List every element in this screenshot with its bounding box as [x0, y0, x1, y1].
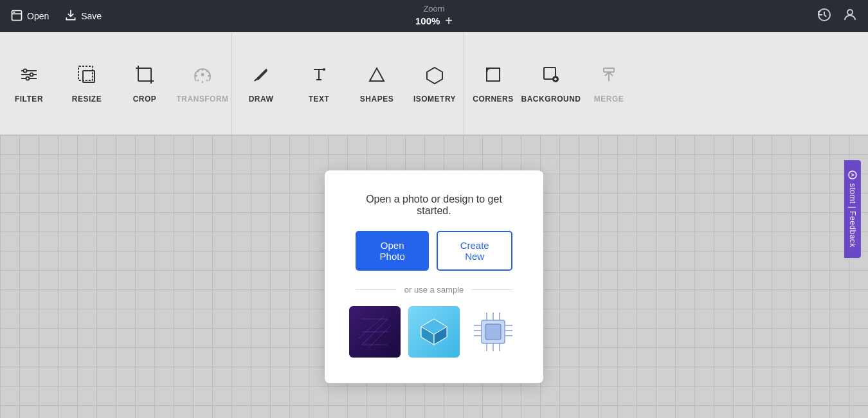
toolbar-item-merge[interactable]: MERGE [580, 32, 638, 134]
toolbar-item-transform[interactable]: TRANSFORM [174, 32, 231, 134]
transform-label: TRANSFORM [176, 95, 228, 104]
svg-point-8 [30, 73, 33, 77]
toolbar-item-corners[interactable]: CORNERS [464, 32, 522, 134]
sample-thumbnail-1[interactable] [349, 306, 401, 358]
isometry-label: ISOMETRY [413, 95, 456, 104]
draw-icon [249, 63, 273, 89]
dialog-overlay: Open a photo or design to get started. O… [0, 135, 868, 418]
sample-thumbnail-3[interactable] [467, 306, 519, 358]
feedback-label: stomt | Feedback [848, 183, 857, 248]
zoom-value: 100% [415, 15, 440, 26]
toolbar-item-draw[interactable]: DRAW [232, 32, 290, 134]
toolbar: FILTER RESIZE [0, 32, 868, 135]
open-button[interactable]: Open [10, 9, 49, 24]
divider-line-left [356, 289, 397, 290]
history-icon[interactable] [817, 7, 832, 26]
svg-marker-23 [370, 68, 384, 81]
toolbar-item-isometry[interactable]: ISOMETRY [406, 32, 464, 134]
topbar-center: Zoom 100% + [415, 4, 453, 28]
svg-rect-30 [604, 68, 614, 72]
topbar: Open Save Zoom 100% + [0, 0, 868, 32]
svg-rect-25 [487, 68, 500, 81]
open-label: Open [27, 11, 49, 21]
toolbar-group-1: FILTER RESIZE [0, 32, 231, 134]
toolbar-group-2: DRAW TEXT SHAPES [231, 32, 464, 134]
dialog-buttons: Open Photo Create New [356, 231, 512, 271]
save-icon [64, 9, 77, 24]
toolbar-item-text[interactable]: TEXT [290, 32, 348, 134]
resize-icon [75, 63, 98, 89]
svg-point-9 [26, 77, 30, 80]
create-new-button[interactable]: Create New [437, 231, 512, 271]
toolbar-item-resize[interactable]: RESIZE [58, 32, 116, 134]
svg-point-3 [847, 10, 853, 15]
filter-icon [17, 63, 41, 89]
toolbar-item-crop[interactable]: CROP [116, 32, 174, 134]
toolbar-item-background[interactable]: BACKGROUND [522, 32, 580, 134]
background-label: BACKGROUND [521, 95, 581, 104]
svg-marker-24 [427, 68, 442, 84]
draw-label: DRAW [249, 95, 274, 104]
account-icon[interactable] [842, 7, 858, 26]
corners-icon [482, 63, 505, 89]
svg-rect-10 [78, 66, 93, 80]
resize-label: RESIZE [72, 95, 102, 104]
svg-point-7 [24, 69, 27, 73]
toolbar-item-filter[interactable]: FILTER [0, 32, 58, 134]
svg-rect-14 [138, 68, 151, 81]
zoom-row: 100% + [415, 14, 453, 28]
background-icon [539, 63, 563, 89]
shapes-icon [365, 63, 388, 89]
feedback-icon [848, 170, 857, 179]
toolbar-group-3: CORNERS BACKGROUND MERGE [464, 32, 638, 134]
save-label: Save [81, 11, 102, 21]
svg-rect-42 [485, 324, 501, 340]
save-button[interactable]: Save [64, 9, 102, 24]
transform-icon [191, 63, 214, 89]
toolbar-item-shapes[interactable]: SHAPES [348, 32, 406, 134]
topbar-right [817, 7, 858, 26]
shapes-label: SHAPES [360, 95, 393, 104]
merge-icon [597, 63, 620, 89]
or-sample-text: or use a sample [404, 285, 464, 295]
merge-label: MERGE [594, 95, 624, 104]
dialog-title: Open a photo or design to get started. [356, 194, 512, 217]
open-photo-button[interactable]: Open Photo [356, 231, 429, 271]
divider-line-right [471, 289, 512, 290]
crop-label: CROP [133, 95, 157, 104]
feedback-tab[interactable]: stomt | Feedback [844, 160, 861, 258]
open-icon [10, 9, 23, 24]
text-label: TEXT [309, 95, 330, 104]
crop-icon [133, 63, 156, 89]
svg-line-21 [255, 80, 256, 81]
canvas-area: Open a photo or design to get started. O… [0, 135, 868, 418]
zoom-label: Zoom [415, 4, 453, 14]
samples-row [349, 306, 519, 358]
svg-rect-1 [13, 12, 15, 13]
topbar-left: Open Save [10, 9, 102, 24]
text-icon [307, 63, 330, 89]
corners-label: CORNERS [473, 95, 514, 104]
filter-label: FILTER [15, 95, 43, 104]
zoom-plus-button[interactable]: + [445, 14, 453, 28]
sample-thumbnail-2[interactable] [408, 306, 460, 358]
divider-row: or use a sample [356, 285, 512, 295]
svg-point-22 [323, 68, 325, 71]
welcome-dialog: Open a photo or design to get started. O… [325, 170, 543, 383]
svg-point-55 [849, 171, 856, 179]
isometry-icon [423, 63, 446, 89]
svg-point-20 [202, 74, 204, 76]
